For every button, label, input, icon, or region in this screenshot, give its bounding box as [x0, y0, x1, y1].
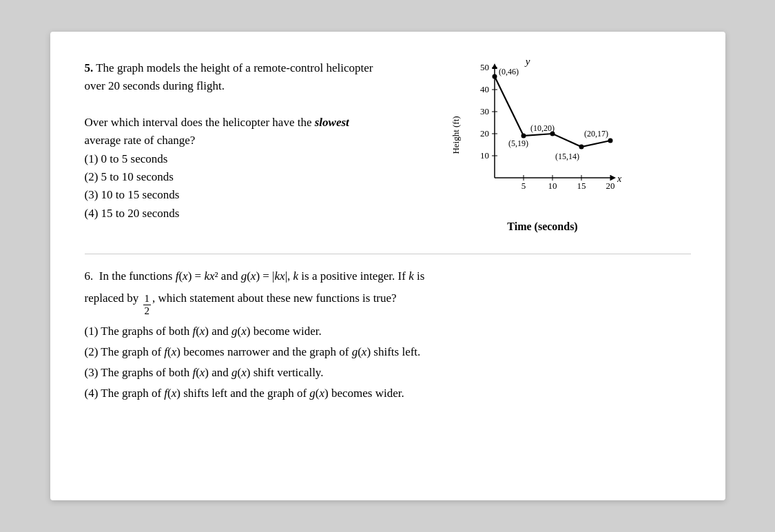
q6-number: 6.	[85, 269, 94, 283]
q5-prompt-pre: Over which interval does the helicopter …	[85, 116, 315, 129]
point-20-17	[608, 139, 612, 143]
xtick-label-15: 15	[577, 181, 586, 191]
card: 5. The graph models the height of a remo…	[50, 32, 725, 500]
fraction-numerator: 1	[143, 293, 152, 305]
q6-option-4: (4) The graph of f(x) shifts left and th…	[85, 384, 691, 403]
q5-option-3: (3) 10 to 15 seconds	[85, 186, 374, 204]
question-6: 6. In the functions f(x) = kx² and g(x) …	[85, 267, 691, 403]
q5-number: 5.	[85, 61, 94, 74]
ytick-label-20: 20	[480, 128, 489, 139]
point-15-14	[579, 145, 583, 150]
x-axis-label-italic: x	[617, 174, 622, 184]
q6-replaced: replaced by 12, which statement about th…	[85, 289, 691, 316]
q5-graph: y x Height (ft)	[395, 59, 691, 233]
q5-prompt: Over which interval does the helicopter …	[85, 114, 374, 150]
ytick-label-10: 10	[480, 150, 489, 161]
q6-option-1: (1) The graphs of both f(x) and g(x) bec…	[85, 322, 691, 341]
xtick-label-10: 10	[548, 181, 557, 191]
divider	[85, 254, 691, 254]
y-axis-arrow	[492, 63, 497, 69]
q5-intro: The graph models the height of a remote-…	[85, 61, 373, 92]
q5-prompt-slowest: slowest	[315, 116, 349, 129]
y-axis-rotated-label: Height (ft)	[451, 116, 461, 154]
q5-option-4: (4) 15 to 20 seconds	[85, 205, 374, 223]
ytick-label-30: 30	[480, 106, 489, 116]
ytick-label-40: 40	[480, 84, 489, 94]
x-axis-time-label: Time (seconds)	[507, 221, 577, 233]
q5-paragraph1: 5. The graph models the height of a remo…	[85, 59, 374, 96]
y-axis-label: y	[524, 56, 530, 67]
q6-intro: 6. In the functions f(x) = kx² and g(x) …	[85, 267, 691, 286]
q6-option-2: (2) The graph of f(x) becomes narrower a…	[85, 342, 691, 362]
fraction-half: 12	[143, 293, 152, 316]
label-15-14: (15,14)	[555, 152, 579, 161]
time-label-bold: Time	[507, 221, 531, 232]
question-5: 5. The graph models the height of a remo…	[85, 59, 691, 233]
q6-option-3: (3) The graphs of both f(x) and g(x) shi…	[85, 363, 691, 382]
label-20-17: (20,17)	[584, 129, 608, 139]
point-0-46	[492, 74, 497, 79]
xtick-label-5: 5	[521, 181, 526, 191]
label-0-46: (0,46)	[499, 67, 519, 76]
x-axis-arrow	[610, 175, 616, 181]
point-5-19	[521, 134, 526, 139]
q5-prompt-post: average rate of change?	[85, 134, 196, 147]
q5-text: 5. The graph models the height of a remo…	[85, 59, 374, 233]
xtick-label-20: 20	[606, 181, 614, 191]
fraction-denominator: 2	[143, 305, 152, 317]
label-5-19: (5,19)	[508, 139, 528, 148]
q5-option-2: (2) 5 to 10 seconds	[85, 168, 374, 186]
ytick-label-50: 50	[480, 62, 489, 72]
graph-area: y x Height (ft)	[446, 59, 639, 218]
graph-svg: y x Height (ft)	[446, 59, 626, 211]
q5-option-1: (1) 0 to 5 seconds	[85, 150, 374, 168]
label-10-20: (10,20)	[530, 123, 555, 133]
q6-options: (1) The graphs of both f(x) and g(x) bec…	[85, 322, 691, 403]
